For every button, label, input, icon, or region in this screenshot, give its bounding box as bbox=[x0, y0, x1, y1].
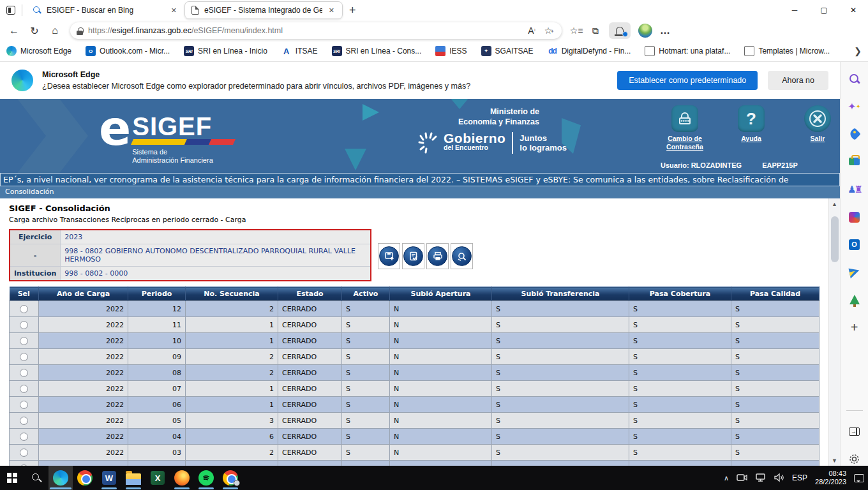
back-icon[interactable]: ← bbox=[5, 22, 23, 40]
url-text[interactable]: https://esigef.finanzas.gob.ec/eSIGEF/me… bbox=[88, 26, 521, 35]
spotify-icon[interactable] bbox=[194, 466, 218, 490]
games-icon[interactable]: ♟♜ bbox=[848, 182, 862, 196]
add-icon[interactable]: + bbox=[848, 321, 862, 335]
close-window-button[interactable]: ✕ bbox=[839, 0, 868, 20]
taskbar-search-icon[interactable] bbox=[24, 466, 49, 490]
outlook-icon[interactable]: O bbox=[848, 238, 862, 251]
tab-actions-menu-icon[interactable] bbox=[0, 0, 22, 20]
firefox-icon[interactable] bbox=[170, 466, 194, 490]
more-icon[interactable]: … bbox=[660, 25, 671, 36]
content-scrollbar[interactable]: ▲ ▼ bbox=[828, 198, 840, 466]
drop-icon[interactable] bbox=[848, 265, 862, 279]
word-icon[interactable]: W bbox=[97, 466, 121, 490]
not-now-button[interactable]: Ahora no bbox=[768, 71, 828, 90]
bookmarks-overflow-icon[interactable]: ❯ bbox=[854, 46, 862, 56]
cell: 1 bbox=[186, 381, 278, 397]
col-estado: Estado bbox=[278, 287, 342, 301]
cell: S bbox=[629, 429, 731, 445]
row-select-radio[interactable] bbox=[20, 305, 28, 313]
print-button[interactable] bbox=[426, 243, 449, 269]
save-upload-button[interactable] bbox=[378, 243, 400, 269]
tree-icon[interactable] bbox=[848, 293, 862, 306]
bookmark-item[interactable]: SRISRI en Línea - Inicio bbox=[184, 46, 267, 56]
row-select-radio[interactable] bbox=[20, 369, 28, 377]
change-password-button[interactable]: Cambio de Contraseña bbox=[661, 105, 709, 151]
profile-avatar[interactable] bbox=[638, 24, 652, 38]
scroll-up-icon[interactable]: ▲ bbox=[830, 199, 839, 209]
language-indicator[interactable]: ESP bbox=[792, 473, 807, 482]
home-icon[interactable]: ⌂ bbox=[46, 22, 64, 40]
bookmark-item[interactable]: ddDigitalDefynd - Fin... bbox=[548, 46, 631, 56]
row-select-radio[interactable] bbox=[20, 321, 28, 329]
scroll-down-icon[interactable]: ▼ bbox=[830, 456, 839, 465]
row-select-radio[interactable] bbox=[20, 353, 28, 361]
bookmark-item[interactable]: Templates | Microw... bbox=[744, 46, 830, 56]
start-icon[interactable] bbox=[0, 466, 24, 490]
chrome-profile-icon[interactable] bbox=[218, 466, 243, 490]
open-panel-icon[interactable] bbox=[848, 425, 862, 438]
notification-area-icon[interactable] bbox=[854, 474, 864, 482]
file-explorer-icon[interactable] bbox=[121, 466, 146, 490]
settings-icon[interactable] bbox=[848, 452, 862, 466]
validate-button[interactable] bbox=[402, 243, 424, 269]
hidden-icons-icon[interactable]: ∧ bbox=[724, 474, 729, 482]
clock[interactable]: 08:43 28/2/2023 bbox=[815, 470, 846, 486]
cell: 05 bbox=[128, 413, 186, 429]
scrollbar-thumb[interactable] bbox=[831, 216, 839, 262]
read-aloud-icon[interactable]: A⁾ bbox=[526, 25, 537, 36]
bookmark-item[interactable]: AITSAE bbox=[281, 46, 318, 56]
tab-esigef-app[interactable]: eSIGEF - Sistema Integrado de Ge ✕ bbox=[184, 1, 343, 19]
new-tab-button[interactable]: + bbox=[349, 4, 356, 17]
add-favorite-icon[interactable]: ☆＋ bbox=[544, 25, 555, 36]
help-button[interactable]: ? Ayuda bbox=[727, 105, 775, 151]
cell: 04 bbox=[128, 429, 186, 445]
maximize-button[interactable]: ▢ bbox=[809, 0, 839, 20]
cell: S bbox=[731, 445, 819, 461]
set-default-button[interactable]: Establecer como predeterminado bbox=[617, 71, 758, 90]
bookmark-item[interactable]: SRISRI en Línea - Cons... bbox=[332, 46, 422, 56]
collections-icon[interactable]: ⧉ bbox=[590, 25, 601, 36]
bookmark-item[interactable]: ✦SGAITSAE bbox=[481, 46, 534, 56]
bookmark-item[interactable]: OOutlook.com - Micr... bbox=[86, 46, 170, 56]
meet-now-icon[interactable] bbox=[737, 473, 747, 484]
cell: 1 bbox=[186, 333, 278, 349]
close-tab-icon[interactable]: ✕ bbox=[170, 6, 178, 15]
search-icon[interactable] bbox=[848, 72, 862, 85]
notifications-bell-icon[interactable] bbox=[609, 22, 631, 39]
row-select-radio[interactable] bbox=[20, 385, 28, 393]
close-tab-icon[interactable]: ✕ bbox=[327, 6, 336, 15]
volume-icon[interactable] bbox=[774, 473, 784, 484]
itsae-icon: A bbox=[281, 46, 292, 56]
cell: 2022 bbox=[39, 413, 128, 429]
row-select-radio[interactable] bbox=[20, 417, 28, 425]
bookmark-item[interactable]: Microsoft Edge bbox=[6, 46, 71, 56]
lock-icon[interactable] bbox=[77, 27, 83, 35]
minimize-button[interactable]: ─ bbox=[780, 0, 809, 20]
cell: 09 bbox=[128, 349, 186, 365]
row-select-radio[interactable] bbox=[20, 337, 28, 345]
row-select-radio[interactable] bbox=[20, 449, 28, 457]
edge-icon[interactable] bbox=[49, 466, 73, 490]
exit-button[interactable]: Salir bbox=[793, 105, 840, 151]
form-label: Institucion bbox=[10, 267, 61, 281]
chrome-icon[interactable] bbox=[73, 466, 97, 490]
bookmark-item[interactable]: IESS bbox=[435, 46, 467, 56]
tab-esigef-bing[interactable]: ESIGEF - Buscar en Bing ✕ bbox=[26, 1, 184, 19]
consult-button[interactable] bbox=[451, 243, 473, 269]
discover-icon[interactable]: ✦✦ bbox=[848, 100, 862, 113]
address-bar[interactable]: https://esigef.finanzas.gob.ec/eSIGEF/me… bbox=[70, 22, 562, 39]
cell: S bbox=[342, 461, 390, 466]
shopping-icon[interactable] bbox=[848, 128, 862, 141]
row-select-radio[interactable] bbox=[20, 433, 28, 441]
row-select-radio[interactable] bbox=[20, 401, 28, 409]
bookmark-item[interactable]: Hotmart: una plataf... bbox=[645, 46, 730, 56]
excel-icon[interactable]: X bbox=[146, 466, 170, 490]
cell: S bbox=[629, 349, 731, 365]
network-icon[interactable] bbox=[755, 473, 766, 484]
tools-icon[interactable] bbox=[848, 155, 862, 168]
refresh-icon[interactable]: ↻ bbox=[26, 22, 43, 40]
microsoft365-icon[interactable] bbox=[848, 210, 862, 223]
favorites-icon[interactable]: ☆≡ bbox=[571, 25, 582, 36]
tab-bar: ESIGEF - Buscar en Bing ✕ eSIGEF - Siste… bbox=[0, 0, 868, 20]
cell: N bbox=[390, 317, 492, 333]
